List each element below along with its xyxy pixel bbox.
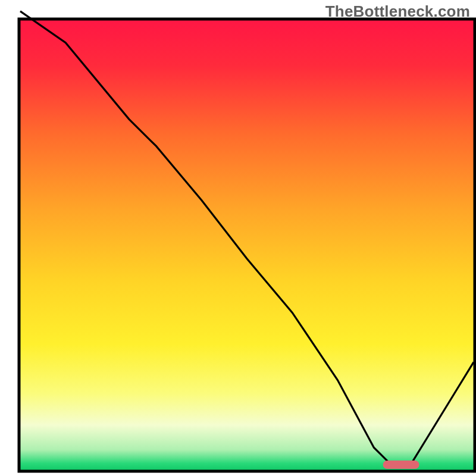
watermark-text: TheBottleneck.com — [325, 2, 470, 21]
optimal-zone-marker — [383, 461, 419, 469]
chart-frame: TheBottleneck.com — [0, 0, 476, 476]
gradient-background — [20, 20, 474, 470]
bottleneck-chart — [0, 0, 476, 476]
